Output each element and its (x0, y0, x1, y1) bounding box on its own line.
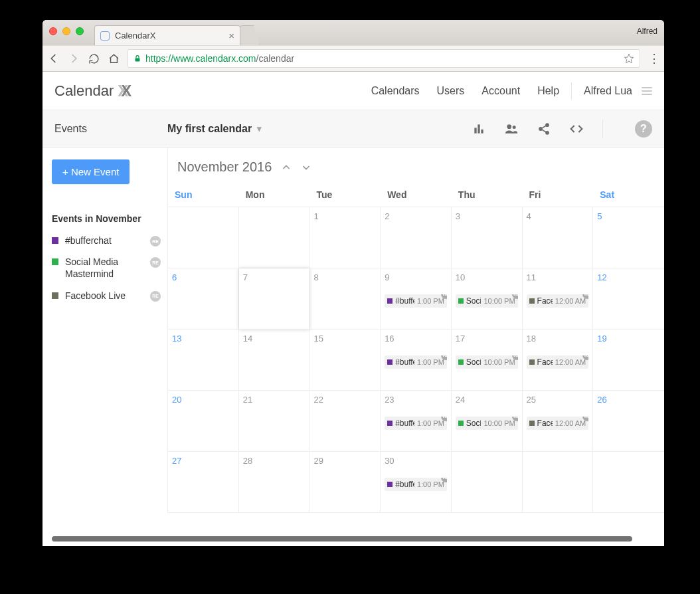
hamburger-menu-icon[interactable] (642, 87, 652, 95)
new-tab-button[interactable] (240, 25, 260, 45)
calendar-cell[interactable]: 6 (168, 268, 239, 330)
calendar-cell[interactable]: 10Socia10:00 PMRE (452, 268, 523, 330)
calendar-cell[interactable]: 8 (309, 268, 381, 330)
address-bar[interactable]: https:// www.calendarx.com /calendar (128, 49, 640, 68)
close-window-button[interactable] (49, 27, 57, 35)
calendar-cell[interactable]: 29 (309, 452, 381, 513)
calendar-cell[interactable]: 23#buffe1:00 PMRE (381, 391, 452, 452)
maximize-window-button[interactable] (76, 27, 84, 35)
nav-account[interactable]: Account (481, 85, 520, 97)
month-title: November 2016 (177, 159, 272, 175)
forward-button[interactable] (68, 52, 80, 64)
calendar-cell[interactable]: 24Socia10:00 PMRE (452, 391, 523, 452)
event-chip-time: 10:00 PM (483, 358, 515, 366)
calendar-cell[interactable] (593, 452, 664, 513)
recurring-badge-icon: RE (150, 257, 161, 268)
sidebar: + New Event Events in November #bufferch… (43, 148, 167, 513)
calendar-cell[interactable]: 13 (168, 330, 239, 391)
prev-month-icon[interactable] (281, 162, 292, 173)
browser-profile-name[interactable]: Alfred (637, 27, 657, 36)
scrollbar-thumb[interactable] (52, 536, 632, 542)
calendar-cell[interactable] (239, 207, 310, 268)
calendar-cell[interactable]: 28 (239, 452, 310, 513)
day-number: 10 (456, 272, 518, 282)
event-chip[interactable]: Face12:00 AMRE (527, 417, 589, 430)
calendar-cell[interactable] (523, 452, 594, 513)
calendar-cell[interactable]: 16#buffe1:00 PMRE (381, 330, 452, 391)
event-chip[interactable]: Face12:00 AMRE (527, 294, 589, 308)
svg-rect-0 (135, 58, 140, 62)
calendar-selector[interactable]: My first calendar ▾ (167, 123, 262, 135)
calendar-cell[interactable]: 25Face12:00 AMRE (523, 391, 594, 452)
event-chip[interactable]: Socia10:00 PMRE (456, 417, 518, 430)
event-chip-time: 1:00 PM (417, 419, 444, 427)
next-month-icon[interactable] (301, 162, 311, 173)
calendar-cell[interactable]: 1 (309, 207, 381, 268)
browser-menu-icon[interactable]: ⋮ (648, 51, 659, 66)
nav-users[interactable]: Users (437, 85, 465, 97)
calendar-cell[interactable]: 3 (452, 207, 523, 268)
embed-icon[interactable] (569, 122, 584, 136)
day-number: 3 (456, 211, 518, 221)
calendar-cell[interactable]: 12 (593, 268, 664, 330)
current-user[interactable]: Alfred Lua (584, 85, 632, 97)
event-list-item[interactable]: #bufferchatRE (52, 235, 161, 247)
help-icon[interactable]: ? (635, 120, 652, 138)
day-number: 6 (172, 272, 234, 282)
day-number: 19 (597, 334, 660, 344)
event-chip[interactable]: #buffe1:00 PMRE (385, 355, 447, 369)
sub-header-title: Events (54, 123, 167, 135)
browser-tab[interactable]: CalendarX × (94, 25, 240, 45)
calendar-cell[interactable] (168, 207, 239, 268)
minimize-window-button[interactable] (62, 27, 70, 35)
close-tab-icon[interactable]: × (228, 30, 234, 41)
nav-help[interactable]: Help (537, 85, 559, 97)
calendar-cell[interactable]: 7 (239, 268, 310, 330)
calendar-cell[interactable]: 20 (168, 391, 239, 452)
calendar-cell[interactable]: 11Face12:00 AMRE (523, 268, 594, 330)
calendar-cell[interactable]: 30#buffe1:00 PMRE (381, 452, 452, 513)
tab-title: CalendarX (115, 31, 155, 41)
day-number: 4 (527, 211, 589, 221)
horizontal-scrollbar[interactable] (52, 536, 644, 542)
app-logo[interactable]: Calendar XX (54, 82, 131, 100)
calendar: SunMonTueWedThuFriSat 123456789#buffe1:0… (168, 184, 664, 513)
calendar-cell[interactable]: 27 (168, 452, 239, 513)
event-chip[interactable]: Face12:00 AMRE (527, 355, 589, 369)
event-list-item[interactable]: Social Media MastermindRE (52, 256, 161, 280)
event-chip[interactable]: #buffe1:00 PMRE (385, 478, 447, 491)
day-number: 9 (385, 272, 447, 282)
calendar-cell[interactable]: 14 (239, 330, 310, 391)
calendar-cell[interactable]: 22 (309, 391, 381, 452)
share-icon[interactable] (537, 122, 551, 136)
bookmark-star-icon[interactable] (624, 53, 634, 64)
calendar-cell[interactable]: 18Face12:00 AMRE (523, 330, 594, 391)
calendar-cell[interactable]: 21 (239, 391, 310, 452)
event-chip[interactable]: #buffe1:00 PMRE (385, 417, 447, 430)
reload-button[interactable] (88, 52, 100, 64)
calendar-cell[interactable]: 19 (593, 330, 664, 391)
color-swatch (387, 482, 393, 487)
calendar-cell[interactable]: 9#buffe1:00 PMRE (381, 268, 452, 330)
calendar-cell[interactable]: 4 (523, 207, 594, 268)
day-header: Tue (309, 184, 381, 207)
people-icon[interactable] (504, 122, 519, 136)
event-chip[interactable]: Socia10:00 PMRE (456, 294, 518, 308)
event-list-item[interactable]: Facebook LiveRE (52, 290, 161, 302)
color-swatch (387, 359, 393, 365)
back-button[interactable] (48, 52, 60, 64)
calendar-cell[interactable]: 2 (381, 207, 452, 268)
event-chip[interactable]: Socia10:00 PMRE (456, 355, 518, 369)
event-chip-title: Socia (466, 357, 481, 367)
stats-icon[interactable] (472, 122, 485, 136)
nav-calendars[interactable]: Calendars (371, 85, 420, 97)
new-event-button[interactable]: + New Event (52, 159, 130, 184)
event-chip[interactable]: #buffe1:00 PMRE (385, 294, 447, 308)
calendar-cell[interactable]: 17Socia10:00 PMRE (452, 330, 523, 391)
calendar-cell[interactable]: 15 (309, 330, 381, 391)
calendar-cell[interactable]: 26 (593, 391, 664, 452)
home-button[interactable] (108, 52, 120, 64)
app-viewport: Calendar XX Calendars Users Account Help… (43, 72, 664, 546)
calendar-cell[interactable]: 5 (593, 207, 664, 268)
calendar-cell[interactable] (452, 452, 523, 513)
